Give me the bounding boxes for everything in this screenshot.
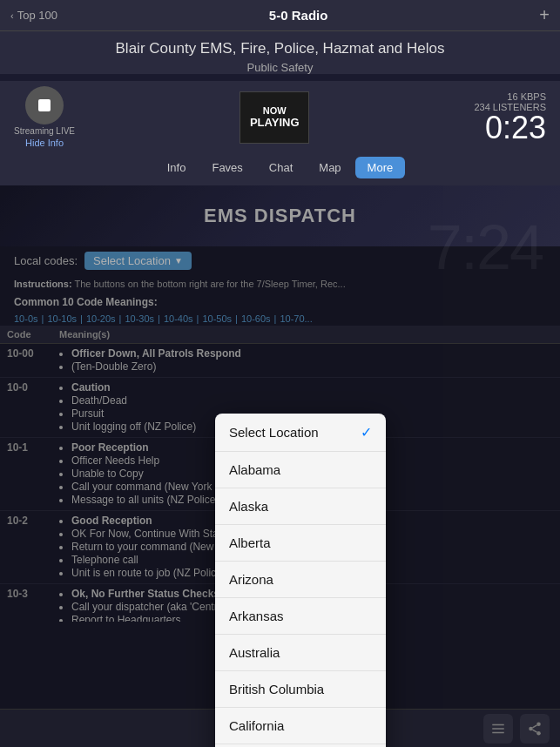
codes-tab-3[interactable]: 10-30s <box>125 313 154 324</box>
code-cell: 10-1 <box>0 438 52 511</box>
svg-line-6 <box>532 730 536 732</box>
instructions-label: Instructions: <box>14 279 72 289</box>
local-codes-label: Local codes: <box>14 254 78 267</box>
page-title: 5-0 Radio <box>269 8 328 23</box>
svg-point-3 <box>536 722 541 726</box>
meaning-item: Caution <box>71 381 553 394</box>
svg-line-7 <box>532 724 536 727</box>
dropdown-item[interactable]: Select Location✓ <box>215 414 386 452</box>
dropdown-item[interactable]: British Columbia <box>215 671 386 708</box>
svg-rect-2 <box>492 731 504 733</box>
tab-map[interactable]: Map <box>307 157 353 178</box>
main-content: EMS DISPATCH Local codes: Select Locatio… <box>0 185 560 747</box>
svg-point-4 <box>529 726 533 730</box>
tab-faves[interactable]: Faves <box>199 157 254 178</box>
dropdown-item-label: Alberta <box>229 535 271 550</box>
select-location-label: Select Location <box>93 254 171 267</box>
dropdown-item-label: Alabama <box>229 462 280 477</box>
list-button[interactable] <box>483 714 513 744</box>
dropdown-item-label: Arizona <box>229 572 273 587</box>
dropdown-item[interactable]: Arizona <box>215 562 386 598</box>
codes-tab-2[interactable]: 10-20s <box>86 313 116 324</box>
back-button[interactable]: ‹ Top 100 <box>10 9 57 22</box>
dropdown-item[interactable]: Arkansas <box>215 598 386 635</box>
tabs-row: Info Faves Chat Map More <box>0 153 560 185</box>
local-codes-bar: Local codes: Select Location ▼ <box>0 246 560 275</box>
station-title: Blair County EMS, Fire, Police, Hazmat a… <box>14 40 546 57</box>
dropdown-item[interactable]: California <box>215 708 386 744</box>
codes-tabs: 10-0s | 10-10s | 10-20s | 10-30s | 10-40… <box>0 312 560 326</box>
chevron-left-icon: ‹ <box>10 10 14 21</box>
station-category: Public Safety <box>14 61 546 74</box>
now-playing-text2: PLAYING <box>250 116 300 129</box>
channel-banner: EMS DISPATCH <box>0 185 560 246</box>
tab-info[interactable]: Info <box>155 157 199 178</box>
instructions: Instructions: The buttons on the bottom … <box>0 275 560 293</box>
dropdown-item-label: Alaska <box>229 499 268 514</box>
meaning-item: Death/Dead <box>71 394 553 407</box>
codes-tab-5[interactable]: 10-50s <box>202 313 232 324</box>
code-cell: 10-0 <box>0 378 52 438</box>
location-dropdown[interactable]: Select Location✓AlabamaAlaskaAlbertaAriz… <box>215 414 386 747</box>
streaming-label: Streaming LIVE <box>14 126 75 136</box>
bitrate-label: 16 KBPS <box>474 91 546 102</box>
share-icon <box>527 721 543 737</box>
player-row: Streaming LIVE Hide Info NOW PLAYING 16 … <box>0 81 560 153</box>
hide-info-button[interactable]: Hide Info <box>25 138 64 148</box>
codes-tab-0[interactable]: 10-0s <box>14 313 38 324</box>
dropdown-item-label: British Columbia <box>229 682 324 697</box>
now-playing-text1: NOW <box>263 105 287 116</box>
checkmark-icon: ✓ <box>361 424 372 441</box>
station-header: Blair County EMS, Fire, Police, Hazmat a… <box>0 31 560 74</box>
svg-rect-1 <box>492 728 504 730</box>
add-button[interactable]: + <box>539 5 550 25</box>
stop-icon <box>38 99 51 111</box>
tab-more[interactable]: More <box>355 157 406 178</box>
player-controls: Streaming LIVE Hide Info <box>14 86 75 148</box>
dropdown-item-label: Australia <box>229 645 280 660</box>
meaning-item: (Ten-Double Zero) <box>71 360 553 373</box>
dropdown-item[interactable]: Alabama <box>215 452 386 488</box>
col-header-meaning: Meaning(s) <box>52 326 560 344</box>
player-stats: 16 KBPS 234 LISTENERS 0:23 <box>474 91 546 144</box>
meaning-cell: Officer Down, All Patrols Respond(Ten-Do… <box>52 344 560 378</box>
code-cell: 10-2 <box>0 511 52 584</box>
tab-chat[interactable]: Chat <box>257 157 305 178</box>
table-row: 10-00Officer Down, All Patrols Respond(T… <box>0 344 560 378</box>
meaning-item: Officer Down, All Patrols Respond <box>71 347 553 360</box>
code-cell: 10-00 <box>0 344 52 378</box>
share-button[interactable] <box>520 714 550 744</box>
codes-tab-1[interactable]: 10-10s <box>47 313 77 324</box>
list-icon <box>490 721 506 737</box>
codes-tab-6[interactable]: 10-60s <box>241 313 271 324</box>
back-label: Top 100 <box>17 9 57 22</box>
channel-name: EMS DISPATCH <box>204 205 356 227</box>
dropdown-item[interactable]: Alaska <box>215 488 386 525</box>
codes-tab-7[interactable]: 10-70... <box>280 313 312 324</box>
codes-tab-4[interactable]: 10-40s <box>164 313 193 324</box>
code-cell: 10-3 <box>0 584 52 622</box>
codes-header: Common 10 Code Meanings: <box>0 293 560 312</box>
dropdown-item-label: Arkansas <box>229 609 284 623</box>
svg-point-5 <box>536 731 541 736</box>
now-playing-box: NOW PLAYING <box>240 91 309 144</box>
chevron-down-icon: ▼ <box>174 256 183 266</box>
timer-display: 0:23 <box>474 112 546 144</box>
dropdown-item-label: Select Location <box>229 425 319 440</box>
svg-rect-0 <box>492 723 504 725</box>
dropdown-item[interactable]: Australia <box>215 635 386 671</box>
dropdown-item-label: California <box>229 718 284 733</box>
col-header-code: Code <box>0 326 52 344</box>
dropdown-item[interactable]: Alberta <box>215 525 386 562</box>
top-bar: ‹ Top 100 5-0 Radio + <box>0 0 560 31</box>
play-button[interactable] <box>25 86 64 124</box>
select-location-button[interactable]: Select Location ▼ <box>84 252 192 270</box>
instructions-detail: The buttons on the bottom right are for … <box>74 279 345 289</box>
